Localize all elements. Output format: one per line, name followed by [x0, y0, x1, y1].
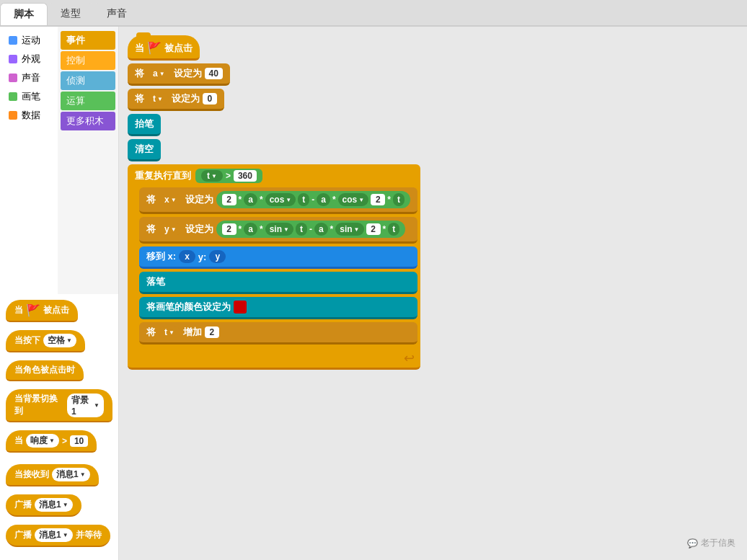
clear-block[interactable]: 清空	[128, 139, 161, 161]
set-a-block[interactable]: 将 a 设定为 40	[128, 63, 230, 86]
set-y-var[interactable]: y	[159, 223, 182, 235]
x-val2[interactable]: 2	[371, 194, 385, 205]
set-t-block[interactable]: 将 t 设定为 0	[128, 89, 224, 111]
move-label: 移到 x:	[146, 250, 176, 263]
sensor-value[interactable]: 10	[70, 435, 88, 447]
y-val2[interactable]: 2	[366, 223, 381, 235]
sub-more[interactable]: 更多积木	[61, 112, 115, 130]
pen-up-label: 抬笔	[135, 117, 154, 130]
set-a-label: 将	[135, 67, 144, 80]
move-to-block[interactable]: 移到 x: x y: y	[139, 246, 417, 269]
set-x-block[interactable]: 将 x 设定为 2 * a * cos▼ t - a	[139, 187, 417, 214]
loop-var-dropdown[interactable]: t	[201, 170, 223, 182]
loop-label: 重复执行直到	[135, 169, 191, 182]
pen-down-label: 落笔	[146, 275, 165, 288]
sub-op[interactable]: 运算	[61, 92, 115, 110]
loop-op: >	[226, 171, 231, 181]
set-x-var[interactable]: x	[159, 194, 182, 205]
move-y-var: y	[209, 250, 226, 263]
x-val1[interactable]: 2	[222, 194, 237, 205]
sidebar-block-keypress[interactable]: 当按下 空格	[6, 330, 85, 352]
x-cos2-dropdown[interactable]: cos▼	[338, 193, 369, 206]
category-data[interactable]: 数据	[3, 106, 55, 125]
bg-dropdown[interactable]: 背景1	[67, 394, 104, 417]
motion-dot	[9, 36, 17, 45]
x-t1: t	[298, 193, 309, 206]
hat-suffix: 被点击	[164, 42, 193, 55]
set-t-text: 设定为	[172, 92, 200, 105]
loop-val[interactable]: 360	[234, 170, 257, 182]
set-a-value[interactable]: 40	[205, 68, 223, 79]
looks-dot	[9, 55, 17, 63]
pen-dot	[9, 92, 17, 101]
y-t1: t	[296, 223, 307, 236]
move-x-var: x	[179, 250, 195, 263]
tab-sound[interactable]: 声音	[94, 3, 140, 25]
set-pen-color-label: 将画笔的颜色设定为	[146, 301, 231, 314]
sub-detect[interactable]: 侦测	[61, 71, 115, 90]
loop-condition: t > 360	[195, 169, 262, 183]
sub-events[interactable]: 事件	[61, 31, 115, 50]
sidebar-block-broadcast-wait[interactable]: 广播 消息1 并等待	[6, 525, 110, 547]
broadcast-wait-dropdown[interactable]: 消息1	[35, 528, 73, 542]
sub-category-column: 事件 控制 侦测 运算 更多积木	[58, 27, 118, 294]
main-layout: 运动 外观 声音 画笔 数据	[0, 27, 747, 560]
move-ylabel: y:	[198, 252, 207, 262]
sidebar-block-bg[interactable]: 当背景切换到 背景1	[6, 389, 112, 422]
y-val1[interactable]: 2	[222, 223, 237, 235]
y-sin2-dropdown[interactable]: sin▼	[335, 223, 363, 236]
pen-down-block[interactable]: 落笔	[139, 272, 417, 294]
y-a1: a	[244, 223, 257, 236]
left-panel: 运动 外观 声音 画笔 数据	[0, 27, 119, 560]
category-sound-label: 声音	[22, 71, 40, 84]
x-cos1-dropdown[interactable]: cos▼	[265, 193, 296, 206]
x-a2: a	[317, 193, 330, 206]
sidebar-block-broadcast[interactable]: 广播 消息1	[6, 494, 81, 517]
y-t2: t	[388, 223, 399, 236]
pen-up-block[interactable]: 抬笔	[128, 114, 161, 136]
inc-t-var[interactable]: t	[159, 326, 180, 338]
watermark-text: 老于信奥	[701, 537, 735, 549]
category-sound[interactable]: 声音	[3, 68, 55, 87]
inc-t-value[interactable]: 2	[205, 326, 219, 338]
hat-block-flag[interactable]: 当 🚩 被点击	[128, 35, 200, 61]
sidebar-block-sprite-click[interactable]: 当角色被点击时	[6, 360, 84, 381]
inc-t-block[interactable]: 将 t 增加 2	[139, 322, 417, 345]
category-motion[interactable]: 运动	[3, 31, 55, 50]
sidebar-block-flag[interactable]: 当 🚩 被点击	[6, 300, 78, 322]
x-a1: a	[244, 193, 257, 206]
receive-dropdown[interactable]: 消息1	[52, 468, 90, 481]
set-t-var-dropdown[interactable]: t	[147, 93, 169, 105]
set-pen-color-block[interactable]: 将画笔的颜色设定为	[139, 297, 417, 319]
sub-control[interactable]: 控制	[61, 51, 115, 70]
set-y-block[interactable]: 将 y 设定为 2 * a * sin▼ t - a *	[139, 217, 417, 244]
set-t-label: 将	[135, 92, 144, 105]
tab-costume[interactable]: 造型	[48, 3, 94, 25]
set-a-var-dropdown[interactable]: a	[147, 68, 171, 79]
y-a2: a	[314, 223, 328, 236]
keypress-dropdown[interactable]: 空格	[43, 334, 76, 347]
category-data-label: 数据	[22, 109, 40, 122]
loop-header: 重复执行直到 t > 360	[128, 164, 420, 187]
sidebar-block-receive[interactable]: 当接收到 消息1	[6, 464, 99, 486]
inc-t-action: 增加	[183, 326, 202, 339]
set-a-text: 设定为	[174, 67, 202, 80]
category-looks[interactable]: 外观	[3, 50, 55, 68]
x-expr: 2 * a * cos▼ t - a * cos▼ 2 * t	[216, 191, 410, 208]
sensor-dropdown[interactable]: 响度	[26, 434, 59, 448]
loop-body: 将 x 设定为 2 * a * cos▼ t - a	[139, 187, 417, 346]
hat-flag-icon: 🚩	[147, 41, 162, 55]
category-column: 运动 外观 声音 画笔 数据	[0, 27, 58, 294]
tab-script[interactable]: 脚本	[0, 3, 48, 25]
sidebar-block-sensor[interactable]: 当 响度 > 10	[6, 430, 97, 453]
broadcast-dropdown[interactable]: 消息1	[35, 498, 73, 512]
loop-arrow-icon: ↩	[404, 350, 415, 366]
data-dot	[9, 111, 17, 120]
y-sin1-dropdown[interactable]: sin▼	[265, 223, 293, 236]
pen-color-swatch[interactable]	[234, 301, 247, 314]
watermark: 💬 老于信奥	[687, 537, 735, 549]
top-tabs: 脚本 造型 声音	[0, 0, 747, 27]
set-t-value[interactable]: 0	[203, 93, 217, 105]
category-pen[interactable]: 画笔	[3, 87, 55, 106]
loop-block[interactable]: 重复执行直到 t > 360 将 x 设定为	[128, 164, 420, 370]
